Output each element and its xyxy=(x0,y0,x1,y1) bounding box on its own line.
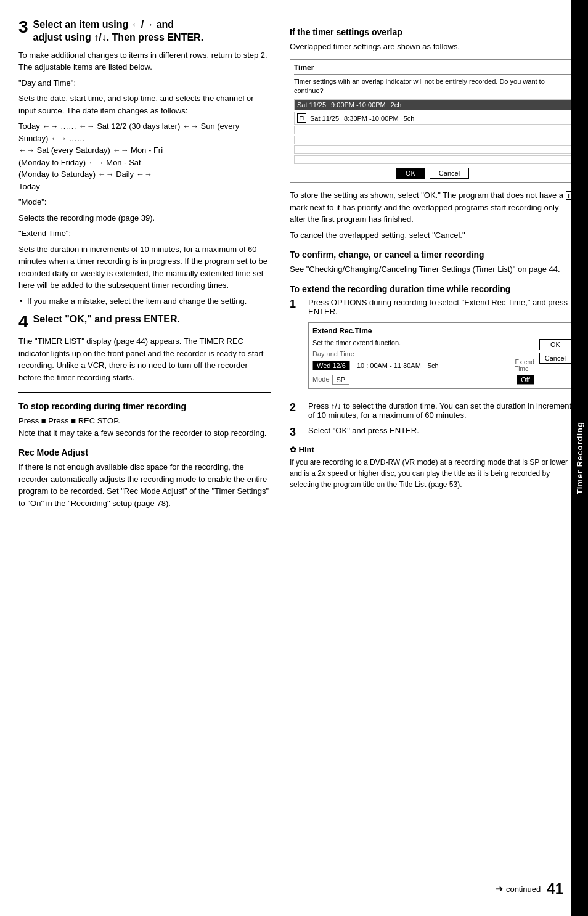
extend-heading: To extend the recording duration time wh… xyxy=(290,284,576,294)
ext-dialog-right: OK Cancel xyxy=(539,339,571,385)
footer-page-num: 41 xyxy=(547,880,563,898)
step4-para1: The "TIMER LIST" display (page 44) appea… xyxy=(18,335,271,383)
page-footer: ➔ continued 41 xyxy=(0,874,588,904)
ext-cancel-button[interactable]: Cancel xyxy=(539,353,571,364)
page-container: 3 Select an item using ←/→ andadjust usi… xyxy=(0,0,588,916)
extend-step2-num: 2 xyxy=(290,401,304,420)
ext-row-ch: 5ch xyxy=(428,362,439,369)
sidebar-label: Timer Recording xyxy=(575,422,584,494)
right-column: If the timer settings overlap Overlapped… xyxy=(284,18,576,868)
extend-step2: 2 Press ↑/↓ to select the duration time.… xyxy=(290,401,576,420)
extend-step1-content: Press OPTIONS during recording to select… xyxy=(308,298,576,395)
timer-row-empty-3 xyxy=(294,145,571,154)
main-content: 3 Select an item using ←/→ andadjust usi… xyxy=(0,12,588,874)
extend-step3-text: Select "OK" and press ENTER. xyxy=(308,426,576,435)
step4-body: The "TIMER LIST" display (page 44) appea… xyxy=(18,335,271,383)
timer-row-empty-2 xyxy=(294,136,571,144)
extend-step1-text: Press OPTIONS during recording to select… xyxy=(308,298,576,316)
step3-mode-desc: Selects the recording mode (page 39). xyxy=(18,212,271,224)
step3-mode-label: "Mode": xyxy=(18,196,271,208)
overlap-para1: Overlapped timer settings are shown as f… xyxy=(290,41,576,53)
stop-recording-section: To stop recording during timer recording… xyxy=(18,401,271,439)
overlap-para3: To cancel the overlapped setting, select… xyxy=(290,229,576,242)
rec-mode-heading: Rec Mode Adjust xyxy=(18,448,271,457)
left-column: 3 Select an item using ←/→ andadjust usi… xyxy=(18,18,284,868)
hint-section: ✿ Hint If you are recording to a DVD-RW … xyxy=(290,445,576,490)
step4-heading-text: Select "OK," and press ENTER. xyxy=(33,314,180,324)
ext-dialog-inner: Set the timer extend function. Day and T… xyxy=(312,339,571,385)
step4-number: 4 xyxy=(18,313,28,330)
overlap-icon: ⊓ xyxy=(297,113,306,123)
step3-day-time-label: "Day and Time": xyxy=(18,77,271,89)
overlap-section: If the timer settings overlap Overlapped… xyxy=(290,27,576,241)
timer-row-2-time: 8:30PM -10:00PM xyxy=(344,115,399,122)
ext-dialog-left: Set the timer extend function. Day and T… xyxy=(312,339,534,385)
timer-dialog: Timer Timer settings with an overlap ind… xyxy=(290,59,576,184)
confirm-para: See "Checking/Changing/Canceling Timer S… xyxy=(290,263,576,276)
timer-dialog-rows: Sat 11/25 9:00PM -10:00PM 2ch ⊓ Sat 11/2… xyxy=(294,99,571,164)
timer-row-1-ch: 2ch xyxy=(391,101,402,108)
step3-number: 3 xyxy=(18,18,28,36)
arrow-right-icon: ➔ xyxy=(496,883,504,894)
stop-recording-para1: Press ■ Press ■ REC STOP. xyxy=(18,415,271,427)
extend-step3-num: 3 xyxy=(290,426,304,439)
step3-bullet: If you make a mistake, select the item a… xyxy=(18,295,271,308)
timer-dialog-title: Timer xyxy=(294,63,571,75)
confirm-heading: To confirm, change, or cancel a timer re… xyxy=(290,250,576,260)
step3-day-time-desc: Sets the date, start time, and stop time… xyxy=(18,92,271,117)
step4-section: 4 Select "OK," and press ENTER. The "TIM… xyxy=(18,313,271,383)
extend-step3-content: Select "OK" and press ENTER. xyxy=(308,426,576,439)
ext-row-time: Wed 12/6 10 : 00AM - 11:30AM 5ch ExtendT… xyxy=(312,359,534,372)
sidebar: Timer Recording xyxy=(571,0,588,916)
timer-cancel-button[interactable]: Cancel xyxy=(430,168,469,179)
timer-row-empty-4 xyxy=(294,155,571,164)
step3-para1: To make additional changes to items in d… xyxy=(18,49,271,73)
step3-heading-text: Select an item using ←/→ andadjust using… xyxy=(33,19,204,43)
ext-set-label: Set the timer extend function. xyxy=(312,339,534,346)
hint-body: If you are recording to a DVD-RW (VR mod… xyxy=(290,457,576,490)
step3-date-sequence: Today ←→ …… ←→ Sat 12/2 (30 days later) … xyxy=(18,120,271,192)
extend-step2-content: Press ↑/↓ to select the duration time. Y… xyxy=(308,401,576,420)
continued-text: continued xyxy=(506,885,541,894)
timer-dialog-message: Timer settings with an overlap indicator… xyxy=(294,77,571,96)
divider1 xyxy=(18,392,271,393)
ext-mode-label: Mode xyxy=(312,375,330,383)
footer-continued: ➔ continued xyxy=(496,883,541,894)
stop-recording-para2: Note that it may take a few seconds for … xyxy=(18,427,271,440)
ext-off-val: Off xyxy=(517,375,534,385)
step3-section: 3 Select an item using ←/→ andadjust usi… xyxy=(18,18,271,307)
ext-off-val-wrapper: Off xyxy=(517,375,534,385)
step4-heading: 4 Select "OK," and press ENTER. xyxy=(18,313,271,330)
ext-ok-button[interactable]: OK xyxy=(539,339,571,350)
ext-extend-label: ExtendTime xyxy=(515,359,534,372)
ext-extend-group: ExtendTime xyxy=(515,359,534,372)
extend-rec-dialog: Extend Rec.Time Set the timer extend fun… xyxy=(308,322,576,389)
ext-row-timerange: 10 : 00AM - 11:30AM xyxy=(353,361,425,370)
timer-row-1: Sat 11/25 9:00PM -10:00PM 2ch xyxy=(294,99,571,110)
timer-row-2: ⊓ Sat 11/25 8:30PM -10:00PM 5ch xyxy=(294,112,571,125)
timer-row-empty-1 xyxy=(294,126,571,134)
step3-body: To make additional changes to items in d… xyxy=(18,49,271,308)
ext-day-time-label: Day and Time xyxy=(312,350,534,358)
overlap-para2: To store the setting as shown, select "O… xyxy=(290,189,576,241)
timer-ok-button[interactable]: OK xyxy=(396,168,425,179)
step3-extend-desc1: Sets the duration in increments of 10 mi… xyxy=(18,243,271,292)
timer-row-1-time: 9:00PM -10:00PM xyxy=(331,101,386,108)
extend-step1: 1 Press OPTIONS during recording to sele… xyxy=(290,298,576,395)
extend-step3: 3 Select "OK" and press ENTER. xyxy=(290,426,576,439)
ext-mode-row: Mode SP Off xyxy=(312,375,534,385)
extend-step1-num: 1 xyxy=(290,298,304,395)
ext-row-date: Wed 12/6 xyxy=(312,361,350,370)
step3-extend-label: "Extend Time": xyxy=(18,227,271,240)
step3-heading: 3 Select an item using ←/→ andadjust usi… xyxy=(18,18,271,44)
stop-recording-heading: To stop recording during timer recording xyxy=(18,401,271,411)
timer-dialog-buttons: OK Cancel xyxy=(294,168,571,179)
hint-heading: ✿ Hint xyxy=(290,445,576,454)
ext-mode-val: SP xyxy=(332,375,350,385)
timer-row-1-date: Sat 11/25 xyxy=(297,101,326,108)
timer-row-2-ch: 5ch xyxy=(404,115,415,122)
overlap-heading: If the timer settings overlap xyxy=(290,27,576,37)
confirm-section: To confirm, change, or cancel a timer re… xyxy=(290,250,576,276)
rec-mode-section: Rec Mode Adjust If there is not enough a… xyxy=(18,448,271,509)
extend-section: To extend the recording duration time wh… xyxy=(290,284,576,490)
